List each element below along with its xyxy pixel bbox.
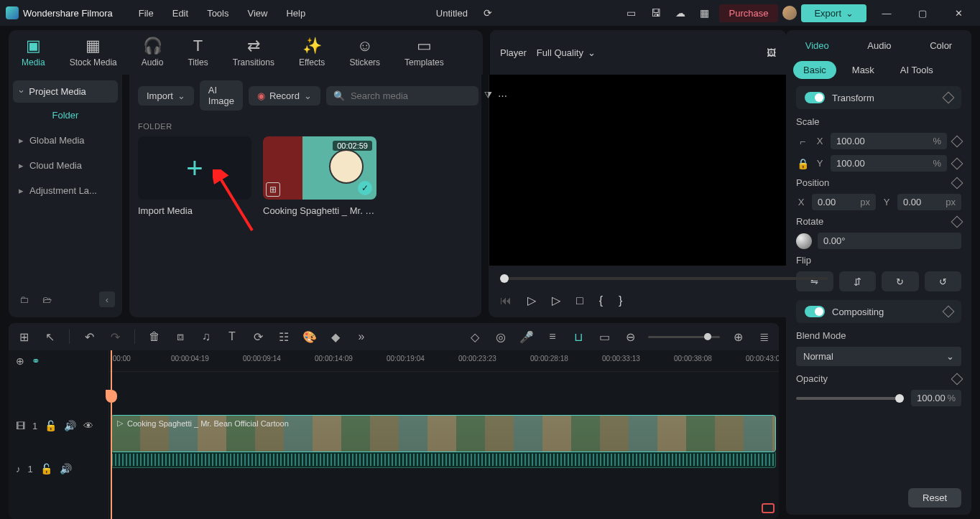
keyframe-tl-icon[interactable]: ◆	[328, 330, 343, 344]
inspector-tab-audio[interactable]: Audio	[860, 37, 898, 54]
player-scrubber[interactable]	[500, 277, 828, 280]
tab-transitions[interactable]: ⇄Transitions	[228, 34, 279, 70]
rotate-input[interactable]: 0.00°	[818, 233, 961, 249]
inspector-sub-aitools[interactable]: AI Tools	[890, 61, 943, 79]
mark-in-button[interactable]: {	[599, 294, 603, 307]
playhead[interactable]	[111, 350, 112, 519]
prev-frame-button[interactable]: ⏮	[500, 294, 512, 307]
opacity-input[interactable]: 100.00%	[911, 390, 961, 406]
flip-horizontal-button[interactable]: ⇋	[796, 271, 833, 291]
add-marker-icon[interactable]: ⊕	[16, 355, 24, 367]
position-x-input[interactable]: 0.00px	[812, 194, 876, 210]
inspector-sub-basic[interactable]: Basic	[793, 61, 836, 79]
stop-button[interactable]: □	[576, 294, 583, 307]
tab-media[interactable]: ▣Media	[17, 34, 50, 70]
purchase-button[interactable]: Purchase	[719, 4, 779, 22]
inspector-tab-color[interactable]: Color	[923, 37, 959, 54]
save-icon[interactable]: 🖫	[646, 3, 666, 23]
lock-icon[interactable]: 🔓	[45, 420, 57, 431]
inspector-tab-video[interactable]: Video	[798, 37, 836, 54]
apps-icon[interactable]: ▦	[695, 3, 715, 23]
sidebar-item-cloud[interactable]: Cloud Media	[13, 153, 118, 178]
mixer-icon[interactable]: ≡	[545, 330, 560, 343]
keyframe-icon[interactable]	[951, 157, 963, 169]
window-close[interactable]: ✕	[943, 0, 974, 26]
mark-out-button[interactable]: }	[619, 294, 622, 307]
delete-icon[interactable]: 🗑	[147, 330, 162, 343]
timeline-ruler[interactable]: :00:00 00:00:04:19 00:00:09:14 00:00:14:…	[109, 350, 779, 372]
zoom-in-icon[interactable]: ⊕	[730, 330, 746, 344]
scale-x-input[interactable]: 100.00%	[831, 133, 947, 149]
audio-clip[interactable]	[111, 452, 776, 468]
step-forward-button[interactable]: ▷	[552, 294, 560, 307]
zoom-slider[interactable]	[648, 336, 720, 338]
window-minimize[interactable]: ―	[871, 0, 902, 26]
redo-icon[interactable]: ↷	[107, 330, 123, 344]
color-icon[interactable]: 🎨	[302, 330, 318, 344]
collapse-sidebar-icon[interactable]: ‹	[99, 291, 115, 307]
more-icon[interactable]: ⋯	[498, 90, 507, 101]
view-options-icon[interactable]: ≣	[756, 330, 772, 344]
keyframe-icon[interactable]	[951, 177, 963, 189]
scale-y-input[interactable]: 100.00%	[831, 155, 947, 172]
transform-header[interactable]: Transform	[796, 86, 961, 109]
marker-icon[interactable]: ◇	[467, 330, 483, 344]
menu-edit[interactable]: Edit	[165, 5, 195, 22]
menu-file[interactable]: File	[131, 5, 161, 22]
adjust-icon[interactable]: ☷	[276, 330, 292, 344]
trim-handle[interactable]	[762, 503, 775, 513]
zoom-out-icon[interactable]: ⊖	[622, 330, 638, 344]
sync-status-icon[interactable]: ⟳	[478, 3, 498, 23]
import-media-card[interactable]: + Import Media	[138, 136, 251, 216]
link-clips-icon[interactable]: ⚭	[32, 355, 40, 367]
keyframe-icon[interactable]	[943, 306, 955, 318]
blend-mode-select[interactable]: Normal⌄	[796, 347, 961, 366]
target-icon[interactable]: ◎	[493, 330, 509, 344]
keyframe-icon[interactable]	[951, 215, 963, 228]
tab-effects[interactable]: ✨Effects	[295, 34, 329, 70]
tab-titles[interactable]: TTitles	[183, 34, 212, 70]
undo-icon[interactable]: ↶	[81, 330, 97, 344]
compositing-toggle[interactable]	[805, 306, 825, 317]
new-bin-icon[interactable]: 🗁	[39, 291, 55, 307]
ai-image-button[interactable]: AI Image	[200, 80, 243, 111]
crop-icon[interactable]: ⧈	[172, 330, 188, 343]
snapshot-icon[interactable]: 🖼	[767, 47, 776, 58]
user-avatar[interactable]	[782, 6, 797, 20]
menu-help[interactable]: Help	[279, 5, 313, 22]
export-button[interactable]: Export⌄	[801, 4, 866, 22]
monitor-icon[interactable]: ▭	[621, 3, 642, 23]
music-icon[interactable]: ♫	[198, 330, 214, 343]
compositing-header[interactable]: Compositing	[796, 300, 961, 323]
sidebar-item-global[interactable]: Global Media	[13, 128, 118, 153]
tab-stock[interactable]: ▦Stock Media	[65, 34, 121, 70]
rotate-dial[interactable]	[796, 233, 812, 249]
search-input[interactable]	[351, 90, 471, 101]
reset-button[interactable]: Reset	[908, 488, 961, 508]
add-track-icon[interactable]: ⊞	[16, 330, 32, 344]
menu-view[interactable]: View	[240, 5, 274, 22]
video-track-header[interactable]: 🎞1🔓🔊👁	[9, 415, 108, 436]
opacity-slider[interactable]	[796, 397, 904, 400]
import-dropdown[interactable]: Import	[138, 86, 194, 106]
rotate-cw-button[interactable]: ↻	[882, 271, 919, 291]
tab-templates[interactable]: ▭Templates	[400, 34, 448, 70]
quality-select[interactable]: Full Quality⌄	[537, 47, 596, 58]
tab-stickers[interactable]: ☺Stickers	[345, 34, 384, 70]
lock-icon[interactable]: 🔓	[40, 463, 52, 474]
mute-icon[interactable]: 🔊	[60, 463, 72, 474]
folder-tab[interactable]: Folder	[13, 103, 118, 128]
inspector-sub-mask[interactable]: Mask	[842, 61, 884, 79]
timeline-tracks[interactable]: :00:00 00:00:04:19 00:00:09:14 00:00:14:…	[109, 350, 779, 519]
mic-icon[interactable]: 🎤	[519, 330, 535, 344]
flip-vertical-button[interactable]: ⇵	[839, 271, 877, 291]
media-clip-card[interactable]: 00:02:59 ⊞ ✓ Cooking Spaghetti _ Mr. Bea…	[263, 136, 376, 216]
keyframe-icon[interactable]	[943, 92, 955, 104]
tab-audio[interactable]: 🎧Audio	[137, 34, 168, 70]
video-clip[interactable]: ▷Cooking Spaghetti _ Mr. Bean Official C…	[111, 415, 776, 452]
keyframe-icon[interactable]	[951, 373, 963, 385]
record-dropdown[interactable]: ◉Record	[249, 86, 320, 106]
filter-icon[interactable]: ⧩	[484, 90, 492, 101]
cloud-icon[interactable]: ☁	[670, 3, 690, 23]
audio-track-header[interactable]: ♪1🔓🔊	[9, 458, 108, 480]
